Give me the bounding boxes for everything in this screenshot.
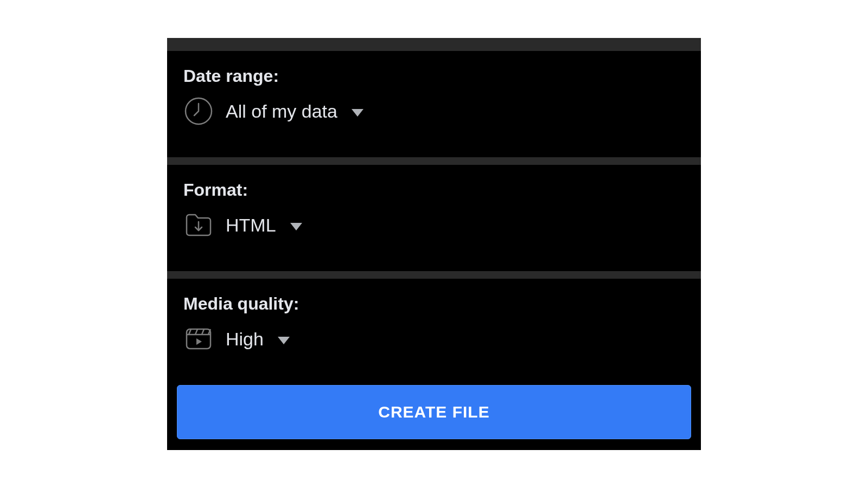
create-file-button[interactable]: CREATE FILE (177, 385, 691, 439)
section-divider (167, 271, 701, 279)
format-value: HTML (226, 215, 276, 236)
date-range-section: Date range: All of my data (167, 51, 701, 157)
chevron-down-icon (290, 223, 302, 230)
media-quality-label: Media quality: (183, 294, 685, 314)
date-range-value: All of my data (226, 101, 337, 122)
format-section: Format: HTML (167, 165, 701, 271)
section-divider (167, 157, 701, 165)
button-row: CREATE FILE (167, 377, 701, 450)
media-quality-section: Media quality: High (167, 279, 701, 377)
panel-topbar (167, 38, 701, 51)
clapperboard-icon (183, 324, 214, 354)
media-quality-selector[interactable]: High (183, 324, 685, 354)
format-selector[interactable]: HTML (183, 210, 685, 240)
chevron-down-icon (352, 109, 363, 117)
date-range-label: Date range: (183, 66, 685, 86)
chevron-down-icon (278, 337, 290, 344)
download-settings-panel: Date range: All of my data Format: (167, 38, 701, 450)
media-quality-value: High (226, 329, 264, 350)
folder-download-icon (183, 210, 214, 240)
clock-icon (183, 96, 214, 126)
date-range-selector[interactable]: All of my data (183, 96, 685, 126)
format-label: Format: (183, 180, 685, 200)
